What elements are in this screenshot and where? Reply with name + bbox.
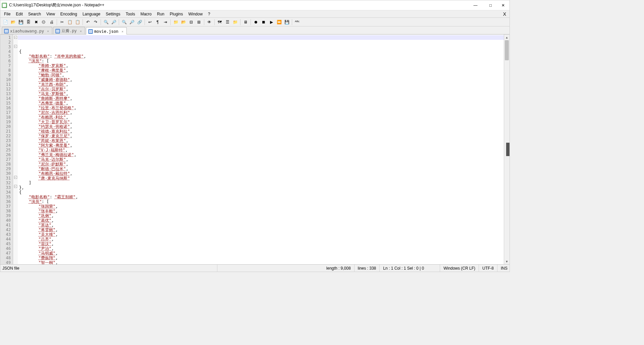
code-line[interactable]: "马克·迈尔斯",	[19, 157, 504, 162]
code-line[interactable]: "吉尔·贝罗斯",	[19, 87, 504, 91]
tab-xiaohuawang[interactable]: xiaohuawang.py ✕	[2, 27, 52, 34]
code-line[interactable]: "约瑟夫·劳格诺",	[19, 124, 504, 129]
code-line[interactable]: "布赖恩·戴拉特",	[19, 171, 504, 176]
play-button[interactable]: ▶	[268, 18, 275, 26]
find-button[interactable]: 🔍	[102, 18, 110, 26]
scroll-thumb[interactable]	[505, 40, 509, 60]
menu-close-x[interactable]: X	[501, 11, 508, 17]
code-line[interactable]: "尼尔·萨默斯",	[19, 162, 504, 166]
code-line[interactable]: "马克·罗斯顿",	[19, 91, 504, 96]
zoom-in-button[interactable]: 🔍	[120, 18, 128, 26]
code-line[interactable]: "詹姆斯·惠特摩",	[19, 96, 504, 101]
doc-map-button[interactable]: 🗺	[216, 18, 223, 26]
tab-movie-json[interactable]: movie.json ✕	[86, 27, 127, 34]
code-line[interactable]: "蒂姆·罗宾斯",	[19, 63, 504, 68]
code-line[interactable]: "葛优",	[19, 218, 504, 223]
fold-button[interactable]: 📁	[172, 18, 179, 26]
tab-close-icon[interactable]: ✕	[120, 29, 124, 33]
save-macro-button[interactable]: 💾	[283, 18, 290, 26]
code-line[interactable]: "拉里·布兰登伯格",	[19, 106, 504, 110]
code-line[interactable]: ]	[19, 181, 504, 185]
menu-encoding[interactable]: Encoding	[58, 11, 79, 17]
menu-tools[interactable]: Tools	[123, 11, 138, 17]
code-line[interactable]: "演员": [	[19, 199, 504, 204]
minimize-button[interactable]: —	[468, 1, 483, 10]
code-line[interactable]: "演员": [	[19, 59, 504, 63]
menu-settings[interactable]: Settings	[103, 11, 122, 17]
replace-button[interactable]: 🔎	[110, 18, 117, 26]
open-button[interactable]: 📂	[9, 18, 17, 26]
zoom-out-button[interactable]: 🔎	[128, 18, 136, 26]
close-all-button[interactable]: ⛒	[40, 18, 48, 26]
code-line[interactable]: "智一桐",	[19, 260, 504, 264]
fold-toggle-icon[interactable]: −	[14, 176, 17, 179]
code-line[interactable]: "电影名称": "霸王别姬",	[19, 195, 504, 199]
paste-button[interactable]: 📋	[74, 18, 81, 26]
menu-edit[interactable]: Edit	[13, 11, 25, 17]
code-line[interactable]: "吴大维",	[19, 232, 504, 237]
scroll-up-icon[interactable]: ▲	[504, 34, 509, 40]
print-button[interactable]: 🖨	[48, 18, 55, 26]
tab-douban[interactable]: 豆瓣.py ✕	[53, 27, 85, 34]
code-line[interactable]: "唐·麦克马纳斯"	[19, 176, 504, 181]
close-button[interactable]: ✕	[498, 1, 508, 10]
new-button[interactable]: 📄	[2, 18, 9, 26]
close-button[interactable]: ✖	[33, 18, 40, 26]
menu-file[interactable]: File	[2, 11, 13, 17]
fold-toggle-icon[interactable]: −	[14, 185, 17, 188]
monitor-button[interactable]: 🖥	[242, 18, 249, 26]
all-chars-button[interactable]: ¶	[154, 18, 161, 26]
indent-button[interactable]: ⇥	[162, 18, 169, 26]
code-line[interactable]: "英达",	[19, 223, 504, 227]
code-line[interactable]: "大卫·普罗瓦尔",	[19, 120, 504, 124]
play-multi-button[interactable]: ⏩	[275, 18, 283, 26]
menu-macro[interactable]: Macro	[138, 11, 154, 17]
menu-language[interactable]: Language	[80, 11, 103, 17]
menu-plugins[interactable]: Plugins	[167, 11, 185, 17]
copy-button[interactable]: 📋	[66, 18, 73, 26]
hide-lines-button[interactable]: 👁	[206, 18, 213, 26]
code-line[interactable]: "阿方索·弗里曼",	[19, 143, 504, 148]
undo-button[interactable]: ↶	[84, 18, 92, 26]
stop-button[interactable]: ⏹	[260, 18, 267, 26]
code-line[interactable]: "祖德·塞克利拉",	[19, 129, 504, 134]
code-line[interactable]: "芮妮·布莱恩",	[19, 138, 504, 143]
code-line[interactable]: "蒋雯丽",	[19, 227, 504, 232]
menu-view[interactable]: View	[44, 11, 57, 17]
code-line[interactable]: {	[19, 49, 504, 54]
cut-button[interactable]: ✂	[58, 18, 66, 26]
code-line[interactable]: "弗兰克·梅德拉诺",	[19, 152, 504, 157]
spell-button[interactable]: ᴬᴮᶜ	[293, 18, 301, 26]
redo-button[interactable]: ↷	[92, 18, 99, 26]
code-line[interactable]: "布赖恩·利比",	[19, 115, 504, 120]
wrap-button[interactable]: ↩	[146, 18, 154, 26]
code-line[interactable]: "张丰毅",	[19, 209, 504, 213]
code-line[interactable]: "马明威",	[19, 251, 504, 256]
menu-search[interactable]: Search	[26, 11, 43, 17]
collapse-button[interactable]: ⊟	[187, 18, 195, 26]
tab-close-icon[interactable]: ✕	[46, 29, 50, 33]
vertical-scrollbar[interactable]: ▲ ▼	[504, 34, 509, 264]
tab-close-icon[interactable]: ✕	[79, 29, 83, 33]
code-line[interactable]: "巩俐",	[19, 213, 504, 218]
code-line[interactable]: "尼尔·吉恩托利",	[19, 110, 504, 115]
code-line[interactable]: },	[19, 185, 504, 190]
code-line[interactable]: "鲍勃·冈顿",	[19, 73, 504, 77]
code-line[interactable]: "吕齐",	[19, 237, 504, 242]
menu-help[interactable]: ?	[206, 11, 213, 17]
code-line[interactable]: "保罗·麦克兰尼",	[19, 134, 504, 138]
menu-run[interactable]: Run	[155, 11, 167, 17]
code-line[interactable]: "威廉姆·赛德勒",	[19, 77, 504, 82]
code-line[interactable]: "张国荣",	[19, 204, 504, 209]
code-line[interactable]: {	[19, 190, 504, 195]
save-button[interactable]: 💾	[17, 18, 24, 26]
fold-toggle-icon[interactable]: −	[14, 45, 17, 48]
code-line[interactable]: "电影名称": "肖申克的救赎",	[19, 54, 504, 59]
unfold-button[interactable]: 📂	[180, 18, 187, 26]
code-line[interactable]: "耐德·巴拉米",	[19, 166, 504, 171]
code-line[interactable]: "摩根·弗里曼",	[19, 68, 504, 73]
save-all-button[interactable]: 🗄	[25, 18, 32, 26]
code-line[interactable]: "杰弗里·德曼",	[19, 101, 504, 106]
code-line[interactable]: "V·J·福斯特",	[19, 148, 504, 152]
code-line[interactable]: "克兰西·布朗",	[19, 82, 504, 87]
